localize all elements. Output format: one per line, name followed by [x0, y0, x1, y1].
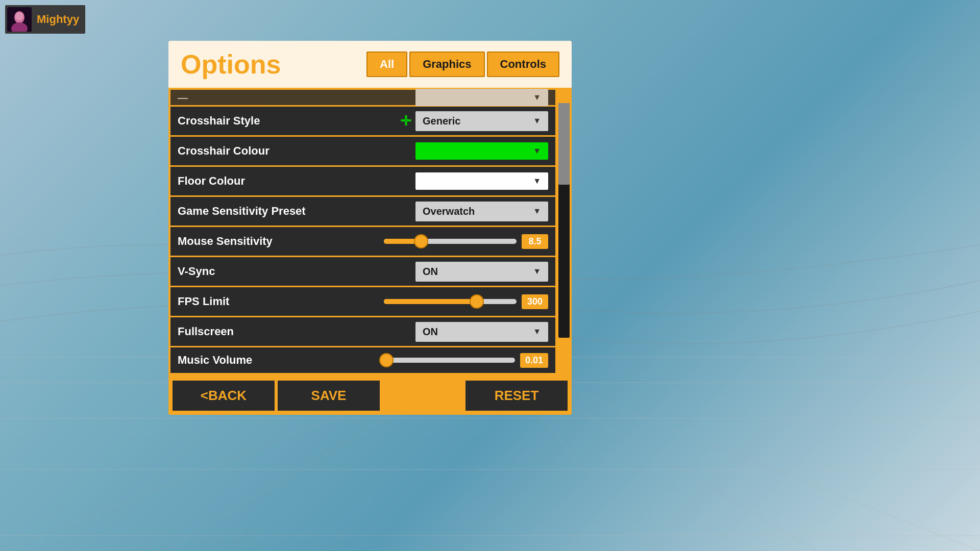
user-badge: Mightyy	[5, 5, 85, 34]
floor-colour-row: Floor Colour ▼	[170, 167, 555, 195]
options-content: — ▼ Crosshair Style ✛ Generic ▼ Crosshai…	[168, 88, 572, 377]
mouse-sensitivity-track[interactable]	[384, 239, 517, 244]
floor-colour-control: ▼	[351, 172, 548, 190]
fps-limit-row: FPS Limit 300	[170, 287, 555, 316]
music-volume-thumb[interactable]	[379, 353, 394, 367]
reset-button[interactable]: RESET	[465, 381, 568, 411]
crosshair-colour-control: ▼	[351, 142, 548, 160]
crosshair-colour-label: Crosshair Colour	[178, 144, 351, 158]
floor-colour-label: Floor Colour	[178, 174, 351, 188]
music-volume-label: Music Volume	[178, 354, 351, 367]
mouse-sensitivity-value: 8.5	[522, 234, 548, 249]
footer-spacer	[383, 381, 462, 411]
back-button[interactable]: <BACK	[173, 381, 275, 411]
username: Mightyy	[37, 13, 79, 26]
floor-colour-dropdown[interactable]: ▼	[415, 172, 548, 190]
mouse-sensitivity-control: 8.5	[351, 234, 548, 249]
partial-row: — ▼	[170, 90, 555, 105]
crosshair-style-label: Crosshair Style	[178, 114, 351, 128]
crosshair-style-control: ✛ Generic ▼	[351, 111, 548, 131]
music-volume-value: 0.01	[520, 353, 548, 368]
avatar	[7, 7, 32, 32]
options-footer: <BACK SAVE RESET	[168, 377, 572, 415]
fps-limit-control: 300	[351, 294, 548, 309]
fps-limit-value: 300	[522, 294, 548, 309]
fps-limit-fill	[384, 299, 477, 304]
music-volume-row: Music Volume 0.01	[170, 347, 555, 373]
crosshair-style-value: Generic	[423, 115, 460, 127]
game-sensitivity-dropdown[interactable]: Overwatch ▼	[415, 202, 548, 221]
mouse-sensitivity-thumb[interactable]	[414, 234, 428, 248]
game-sensitivity-control: Overwatch ▼	[351, 202, 548, 221]
partial-label: —	[178, 92, 351, 104]
tab-controls[interactable]: Controls	[487, 52, 559, 77]
game-sensitivity-value: Overwatch	[423, 206, 475, 217]
vsync-value: ON	[423, 266, 438, 278]
tab-group: All Graphics Controls	[366, 52, 559, 77]
fps-limit-label: FPS Limit	[178, 295, 351, 308]
fullscreen-row: Fullscreen ON ▼	[170, 317, 555, 346]
partial-dropdown[interactable]: ▼	[415, 89, 548, 106]
game-sensitivity-label: Game Sensitivity Preset	[178, 205, 351, 218]
music-volume-control: 0.01	[351, 353, 548, 368]
tab-graphics[interactable]: Graphics	[409, 52, 484, 77]
vsync-dropdown[interactable]: ON ▼	[415, 262, 548, 282]
svg-point-14	[15, 12, 23, 20]
mouse-sensitivity-label: Mouse Sensitivity	[178, 235, 351, 248]
options-header: Options All Graphics Controls	[168, 41, 572, 88]
fps-limit-track[interactable]	[384, 299, 517, 304]
scrollbar-track[interactable]	[558, 103, 570, 338]
crosshair-style-row: Crosshair Style ✛ Generic ▼	[170, 107, 555, 135]
scrollbar-thumb[interactable]	[558, 103, 570, 185]
game-sensitivity-row: Game Sensitivity Preset Overwatch ▼	[170, 197, 555, 226]
mouse-sensitivity-row: Mouse Sensitivity 8.5	[170, 227, 555, 256]
vsync-control: ON ▼	[351, 262, 548, 282]
fullscreen-value: ON	[423, 326, 438, 338]
options-panel: Options All Graphics Controls — ▼ Crossh…	[168, 41, 572, 415]
crosshair-style-dropdown[interactable]: Generic ▼	[415, 111, 548, 131]
fullscreen-dropdown[interactable]: ON ▼	[415, 322, 548, 342]
crosshair-icon: ✛	[400, 113, 411, 129]
crosshair-colour-row: Crosshair Colour ▼	[170, 137, 555, 165]
partial-control: ▼	[351, 89, 548, 106]
page-title: Options	[181, 49, 281, 80]
music-volume-track[interactable]	[382, 358, 515, 363]
fullscreen-control: ON ▼	[351, 322, 548, 342]
vsync-row: V-Sync ON ▼	[170, 257, 555, 286]
crosshair-colour-dropdown[interactable]: ▼	[415, 142, 548, 160]
tab-all[interactable]: All	[366, 52, 407, 77]
fullscreen-label: Fullscreen	[178, 325, 351, 338]
fps-limit-thumb[interactable]	[470, 294, 484, 309]
vsync-label: V-Sync	[178, 265, 351, 278]
save-button[interactable]: SAVE	[278, 381, 380, 411]
